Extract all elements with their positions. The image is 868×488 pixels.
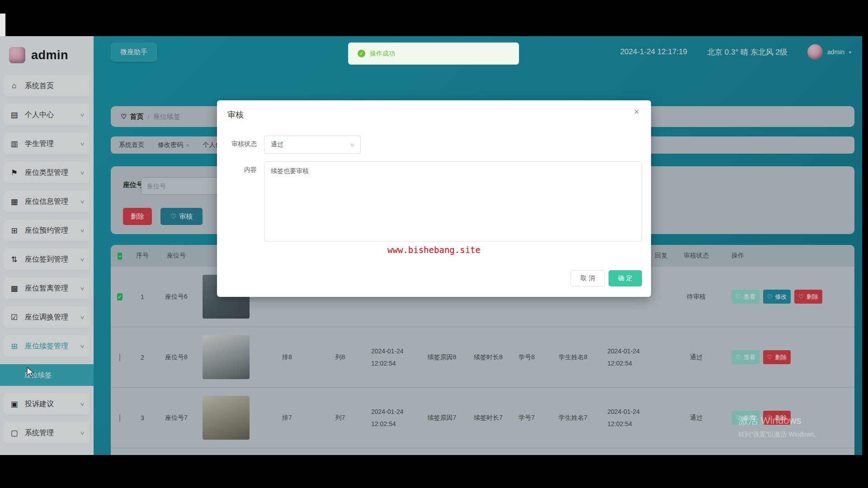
toast-message: 操作成功 — [370, 50, 395, 58]
modal-close-icon[interactable]: × — [634, 107, 639, 117]
watermark-line2: 转到“设置”以激活 Windows。 — [738, 431, 821, 439]
site-watermark: www.bishebang.site — [217, 245, 651, 255]
screen: admin ⌂ 系统首页 ▤ 个人中心 ∨ ▥ 学生管理 ∨ ⚑ — [0, 0, 868, 488]
success-check-icon: ✓ — [358, 50, 365, 57]
confirm-button[interactable]: 确 定 — [609, 270, 642, 286]
select-value: 通过 — [271, 141, 283, 149]
review-modal: 审核 × 审核状态 通过 ∨ 内容 续签也要审核 www.bishebang.s… — [217, 100, 651, 297]
review-status-label: 审核状态 — [217, 140, 257, 148]
content-textarea[interactable]: 续签也要审核 — [264, 161, 642, 242]
content-label: 内容 — [217, 166, 257, 174]
review-status-select[interactable]: 通过 ∨ — [264, 136, 361, 154]
mouse-cursor — [26, 367, 36, 380]
chevron-down-icon: ∨ — [349, 142, 355, 148]
watermark-line1: 激活 Windows — [738, 414, 821, 427]
cancel-button[interactable]: 取 消 — [571, 270, 605, 286]
success-toast: ✓ 操作成功 — [348, 42, 519, 65]
modal-title: 审核 — [227, 109, 244, 120]
letterbox-artifact — [0, 14, 5, 36]
windows-activation-watermark: 激活 Windows 转到“设置”以激活 Windows。 — [738, 414, 821, 439]
